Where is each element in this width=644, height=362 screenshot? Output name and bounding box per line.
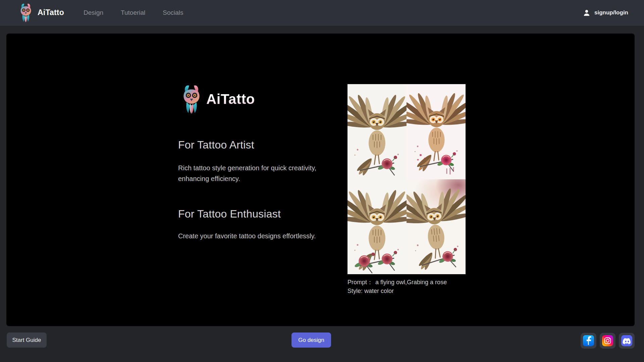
signup-login-link[interactable]: signup/login (583, 9, 628, 16)
tattoo-sample-image-2 (407, 84, 466, 179)
nav-link-tutoerial[interactable]: Tutoerial (121, 9, 145, 16)
brand-title[interactable]: AiTatto (38, 8, 64, 17)
start-guide-button[interactable]: Start Guide (7, 333, 47, 348)
enthusiast-section-body: Create your favorite tattoo designs effo… (178, 231, 327, 241)
social-links (581, 333, 635, 349)
tattoo-sample-image-3 (347, 179, 407, 275)
navbar-left: AiTatto Design Tutoerial Socials (19, 3, 183, 22)
facebook-button[interactable] (581, 333, 596, 349)
hero-brand-title: AiTatto (206, 91, 255, 107)
facebook-icon (583, 335, 594, 346)
prompt-value: a flying owl,Grabing a rose (375, 279, 447, 286)
artist-section-body: Rich tattoo style generation for quick c… (178, 163, 327, 184)
go-design-button[interactable]: Go design (291, 333, 331, 348)
nav-link-socials[interactable]: Socials (163, 9, 183, 16)
tattoo-sample-image-4 (407, 179, 466, 275)
nav-link-design[interactable]: Design (84, 9, 103, 16)
showcase-caption: Prompt：a flying owl,Grabing a rose Style… (347, 278, 482, 295)
signup-login-label: signup/login (594, 9, 628, 16)
tattoo-sample-grid (347, 84, 466, 274)
enthusiast-section-title: For Tattoo Enthusiast (178, 208, 281, 220)
instagram-button[interactable] (600, 333, 615, 349)
navbar: AiTatto Design Tutoerial Socials signup/… (0, 0, 644, 25)
discord-icon (621, 335, 632, 346)
hero-owl-logo-icon (182, 84, 201, 114)
tattoo-showcase: Prompt：a flying owl,Grabing a rose Style… (347, 84, 466, 274)
discord-button[interactable] (619, 333, 635, 349)
user-icon (583, 9, 590, 16)
artist-section-title: For Tattoo Artist (178, 139, 254, 151)
instagram-icon (602, 335, 613, 346)
app-logo-owl-icon[interactable] (19, 3, 32, 22)
tattoo-sample-image-1 (347, 84, 407, 179)
hero-brand-row: AiTatto (182, 84, 255, 114)
main-nav: Design Tutoerial Socials (64, 9, 183, 16)
hero-panel: AiTatto For Tattoo Artist Rich tattoo st… (6, 34, 635, 326)
style-line: Style: water color (347, 287, 482, 295)
prompt-label: Prompt： (347, 279, 373, 286)
prompt-line: Prompt：a flying owl,Grabing a rose (347, 278, 482, 287)
